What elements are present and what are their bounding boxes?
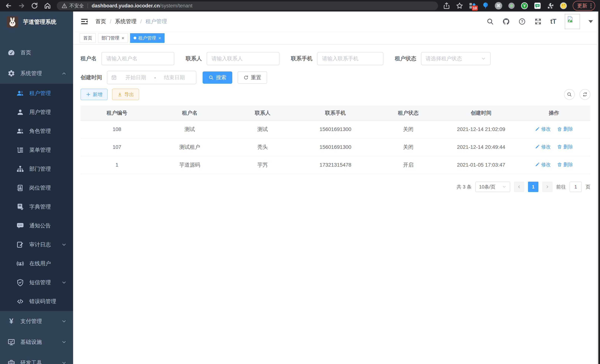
- sidebar-item-infra[interactable]: 基础设施: [0, 332, 73, 353]
- tag-dept[interactable]: 部门管理 ×: [98, 33, 128, 43]
- tag-tenant[interactable]: 租户管理 ×: [130, 33, 165, 43]
- bookmark-star-icon[interactable]: [456, 2, 463, 9]
- breadcrumb-system[interactable]: 系统管理: [115, 18, 137, 25]
- breadcrumb-home[interactable]: 首页: [95, 18, 106, 25]
- github-icon[interactable]: [502, 18, 510, 25]
- reset-button[interactable]: 重置: [237, 71, 267, 84]
- extension-balloon-icon[interactable]: [482, 2, 489, 9]
- users-icon: [16, 89, 24, 97]
- create-time-range-picker[interactable]: 开始日期 - 结束日期: [107, 71, 196, 84]
- cell-created: 2021-12-14 21:02:09: [445, 121, 518, 138]
- sidebar-item-dict[interactable]: 字典管理: [0, 197, 73, 216]
- delete-link[interactable]: 删除: [557, 161, 573, 168]
- chevron-down-icon: [61, 280, 67, 285]
- delete-link[interactable]: 删除: [557, 126, 573, 132]
- browser-reload-icon[interactable]: [31, 2, 38, 9]
- extension-command-icon[interactable]: ⌘: [495, 2, 502, 9]
- address-bar[interactable]: 不安全 dashboard.yudao.iocoder.cn/system/te…: [57, 1, 438, 10]
- col-actions: 操作: [517, 106, 590, 121]
- profile-avatar-icon[interactable]: [560, 2, 567, 9]
- mobile-input[interactable]: [317, 52, 383, 65]
- trash-icon: [557, 162, 562, 167]
- edit-link[interactable]: 修改: [535, 161, 551, 168]
- sidebar-item-audit-log[interactable]: 审计日志: [0, 235, 73, 254]
- browser-menu-icon[interactable]: [591, 3, 591, 8]
- font-size-icon[interactable]: tT: [550, 18, 556, 25]
- extension-chat-icon[interactable]: [534, 2, 541, 9]
- svg-text:?: ?: [521, 19, 523, 24]
- sidebar-item-error-code[interactable]: 错误码管理: [0, 292, 73, 311]
- contact-input[interactable]: [207, 52, 279, 65]
- sidebar-item-menu[interactable]: 菜单管理: [0, 141, 73, 159]
- sidebar-item-devtools[interactable]: 研发工具: [0, 353, 73, 364]
- header-search-icon[interactable]: [487, 18, 494, 25]
- hamburger-icon[interactable]: [80, 17, 89, 26]
- sidebar-submenu-system: 租户管理 用户管理 角色管理: [0, 84, 73, 311]
- create-time-label: 创建时间: [81, 74, 102, 81]
- avatar-caret-icon[interactable]: [589, 20, 593, 23]
- fullscreen-icon[interactable]: [534, 18, 542, 25]
- sidebar-item-label: 用户管理: [29, 109, 51, 116]
- next-page-button[interactable]: [542, 182, 553, 192]
- tenant-name-input[interactable]: [102, 52, 174, 65]
- page-size-select[interactable]: 10条/页: [475, 182, 510, 192]
- status-select[interactable]: 请选择租户状态: [421, 52, 490, 65]
- sidebar-item-post[interactable]: 岗位管理: [0, 178, 73, 197]
- sidebar-item-label: 岗位管理: [29, 184, 51, 192]
- tag-close-icon[interactable]: ×: [158, 36, 161, 40]
- browser-home-icon[interactable]: [44, 2, 51, 9]
- sidebar-item-dept[interactable]: 部门管理: [0, 159, 73, 178]
- yen-icon: ¥: [7, 317, 15, 325]
- sidebar-item-role[interactable]: 角色管理: [0, 122, 73, 141]
- breadcrumb: 首页 / 系统管理 / 租户管理: [95, 18, 167, 25]
- browser-update-button[interactable]: 更新: [573, 1, 595, 10]
- extension-tiles-icon[interactable]: 10: [469, 2, 476, 9]
- sidebar-item-online-users[interactable]: 在线用户: [0, 254, 73, 273]
- sidebar-item-system[interactable]: 系统管理: [0, 63, 73, 84]
- browser-toolbar: 不安全 dashboard.yudao.iocoder.cn/system/te…: [0, 0, 600, 11]
- sidebar-item-pay[interactable]: ¥ 支付管理: [0, 311, 73, 332]
- extension-y-icon[interactable]: Y: [521, 2, 528, 9]
- sidebar-item-label: 首页: [20, 49, 31, 56]
- cell-mobile: 15601691300: [299, 138, 372, 156]
- show-search-toggle-button[interactable]: [564, 89, 575, 100]
- edit-link[interactable]: 修改: [535, 144, 551, 150]
- help-icon[interactable]: ?: [518, 18, 526, 25]
- pencil-icon: [535, 144, 540, 149]
- edit-link[interactable]: 修改: [535, 126, 551, 132]
- tag-close-icon[interactable]: ×: [122, 36, 124, 40]
- goto-page-input[interactable]: [570, 182, 582, 192]
- tag-home[interactable]: 首页: [80, 33, 96, 43]
- prev-page-button[interactable]: [514, 182, 524, 192]
- cell-status: 关闭: [372, 138, 445, 156]
- delete-link[interactable]: 删除: [557, 144, 573, 150]
- extension-dot-icon[interactable]: [508, 2, 515, 9]
- search-button[interactable]: 搜索: [203, 71, 232, 84]
- add-button[interactable]: 新增: [81, 89, 108, 100]
- refresh-table-button[interactable]: [580, 89, 590, 100]
- tree-menu-icon: [16, 146, 24, 154]
- sidebar-item-label: 在线用户: [29, 260, 51, 267]
- sidebar-item-notice[interactable]: 通知公告: [0, 216, 73, 235]
- share-icon[interactable]: [443, 2, 450, 9]
- sidebar-item-tenant[interactable]: 租户管理: [0, 84, 73, 103]
- chevron-up-icon: [61, 71, 67, 76]
- export-button[interactable]: 导出: [112, 89, 139, 100]
- browser-forward-icon[interactable]: [18, 2, 25, 9]
- table-row: 107 测试租户 秃头 15601691300 关闭 2021-12-14 20…: [81, 138, 590, 156]
- sidebar-item-sms[interactable]: 短信管理: [0, 273, 73, 292]
- sidebar-logo[interactable]: 芋道管理系统: [0, 11, 73, 32]
- cell-contact: 测试: [226, 121, 299, 138]
- sidebar-item-user[interactable]: 用户管理: [0, 103, 73, 122]
- extensions-puzzle-icon[interactable]: [547, 2, 554, 9]
- avatar[interactable]: [565, 14, 580, 29]
- url-text: dashboard.yudao.iocoder.cn/system/tenant: [92, 3, 192, 9]
- page-number-1[interactable]: 1: [528, 182, 538, 192]
- chevron-down-icon: [61, 360, 67, 364]
- pagination-total: 共 3 条: [457, 184, 472, 190]
- sidebar-item-home[interactable]: 首页: [0, 42, 73, 63]
- svg-text:¥: ¥: [9, 317, 13, 325]
- shield-check-icon: [16, 279, 24, 286]
- browser-back-icon[interactable]: [5, 2, 12, 9]
- monitor-check-icon: [7, 338, 15, 346]
